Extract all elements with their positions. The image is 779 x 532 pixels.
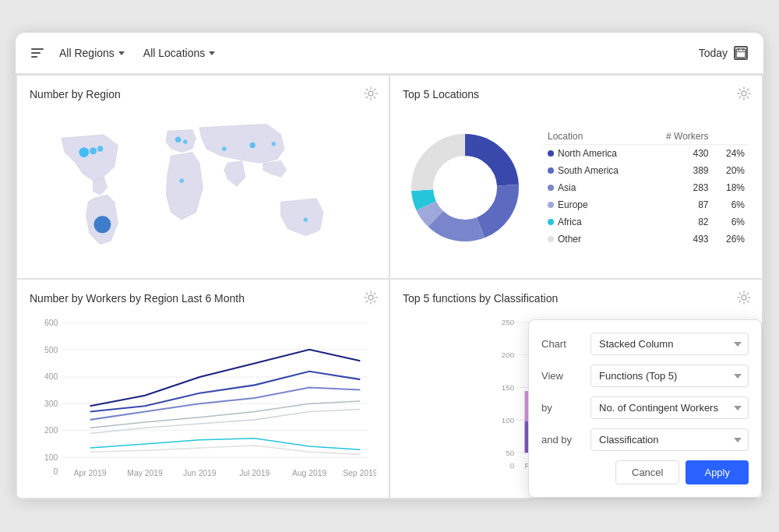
top-bar-left: All Regions All Locations (31, 44, 221, 62)
legend-pct: 18% (714, 179, 749, 196)
config-overlay: Chart Stacked Column Grouped Column Line… (528, 319, 762, 498)
svg-point-15 (304, 217, 308, 221)
regions-chevron-icon (118, 51, 125, 55)
chart-config-row: Chart Stacked Column Grouped Column Line… (541, 333, 749, 355)
legend-pct: 26% (714, 231, 749, 248)
legend-location: North America (543, 144, 647, 162)
donut-settings-button[interactable] (737, 86, 751, 104)
svg-text:100: 100 (502, 416, 515, 425)
svg-point-13 (272, 142, 276, 146)
svg-text:200: 200 (44, 426, 58, 435)
legend-location: Africa (543, 213, 647, 231)
apply-button[interactable]: Apply (686, 460, 749, 484)
bar-chart-title: Top 5 functions by Classification (403, 292, 749, 305)
bar-chart-settings-button[interactable] (737, 291, 751, 308)
svg-text:500: 500 (44, 346, 58, 354)
top-bar: All Regions All Locations Today (16, 33, 763, 74)
svg-point-10 (183, 139, 187, 143)
svg-text:Jun 2019: Jun 2019 (183, 469, 217, 477)
legend-pct: 20% (714, 162, 749, 179)
legend-value: 389 (647, 162, 714, 179)
legend-value: 87 (647, 196, 714, 213)
map-settings-button[interactable] (364, 86, 378, 104)
map-panel: Number by Region (17, 76, 389, 278)
legend-pct: 24% (714, 144, 749, 162)
legend-location: Other (543, 231, 647, 248)
svg-text:100: 100 (44, 453, 58, 462)
legend-col-pct (714, 129, 749, 145)
legend-location: Asia (543, 179, 647, 196)
dashboard-grid: Number by Region (16, 74, 763, 499)
legend-row: South America 389 20% (543, 162, 749, 179)
regions-dropdown[interactable]: All Regions (53, 44, 131, 62)
donut-panel: Top 5 Locations (390, 76, 762, 278)
locations-label: All Locations (143, 47, 205, 59)
cancel-button[interactable]: Cancel (615, 460, 679, 484)
legend-value: 82 (647, 213, 714, 231)
legend-row: Africa 82 6% (543, 213, 749, 231)
legend-value: 430 (647, 144, 714, 162)
legend-location: South America (543, 162, 647, 179)
svg-point-7 (90, 147, 97, 154)
svg-text:Sep 2019: Sep 2019 (343, 469, 376, 477)
map-title: Number by Region (30, 88, 376, 100)
date-label: Today (699, 47, 728, 59)
legend-row: Asia 283 18% (543, 179, 749, 196)
svg-text:0: 0 (53, 467, 58, 476)
filter-icon (31, 48, 44, 58)
andby-config-label: and by (541, 434, 584, 446)
svg-point-24 (368, 295, 373, 300)
svg-text:400: 400 (44, 372, 58, 381)
donut-chart-svg (403, 125, 527, 250)
svg-point-16 (742, 91, 746, 96)
legend-col-location: Location (543, 129, 647, 145)
svg-text:200: 200 (502, 351, 515, 359)
svg-text:300: 300 (44, 400, 58, 408)
locations-dropdown[interactable]: All Locations (137, 44, 221, 62)
line-chart-container: 600 500 400 300 200 100 0 Apr 2019 May 2… (30, 314, 376, 485)
bar-chart-panel: Top 5 functions by Classification 250 (390, 280, 762, 498)
legend-location: Europe (543, 196, 647, 213)
line-chart-title: Number by Workers by Region Last 6 Month (30, 292, 376, 305)
line-chart-settings-button[interactable] (364, 291, 378, 308)
svg-text:Aug 2019: Aug 2019 (292, 469, 326, 477)
svg-text:May 2019: May 2019 (127, 469, 163, 477)
svg-text:Jul 2019: Jul 2019 (239, 469, 270, 477)
config-actions: Cancel Apply (541, 460, 749, 484)
svg-text:150: 150 (502, 383, 515, 392)
svg-point-9 (175, 137, 181, 143)
svg-point-11 (250, 143, 256, 148)
view-config-row: View Functions (Top 5) Functions (Top 10… (541, 365, 749, 387)
chart-type-select[interactable]: Stacked Column Grouped Column Line Bar (590, 333, 749, 355)
legend-row: North America 430 24% (543, 144, 749, 162)
andby-select[interactable]: Classification Region Location (590, 428, 749, 451)
legend-row: Europe 87 6% (543, 196, 749, 213)
by-select[interactable]: No. of Contingent Workers No. of Permane… (590, 396, 749, 419)
svg-point-4 (368, 91, 373, 96)
calendar-icon[interactable] (734, 46, 748, 60)
top-bar-right: Today (699, 46, 748, 60)
regions-label: All Regions (59, 47, 115, 59)
svg-point-23 (435, 158, 495, 217)
svg-text:Apr 2019: Apr 2019 (74, 469, 107, 477)
by-config-label: by (541, 402, 584, 414)
legend-value: 283 (647, 179, 714, 196)
view-select[interactable]: Functions (Top 5) Functions (Top 10) All… (590, 365, 749, 387)
by-config-row: by No. of Contingent Workers No. of Perm… (541, 396, 749, 419)
svg-text:0: 0 (510, 461, 515, 470)
svg-text:250: 250 (502, 318, 515, 326)
top5-container: Location # Workers North America 430 24%… (403, 110, 749, 266)
svg-point-14 (180, 178, 184, 182)
svg-point-12 (222, 146, 226, 150)
legend-col-workers: # Workers (647, 129, 714, 145)
chart-config-label: Chart (541, 338, 584, 350)
locations-chevron-icon (209, 51, 215, 55)
svg-point-6 (79, 147, 89, 157)
legend-value: 493 (647, 231, 714, 248)
svg-text:50: 50 (506, 449, 515, 457)
svg-text:600: 600 (44, 319, 58, 327)
legend-pct: 6% (714, 196, 749, 213)
legend-pct: 6% (714, 213, 749, 231)
dashboard: All Regions All Locations Today (16, 33, 763, 499)
svg-point-8 (97, 146, 103, 151)
